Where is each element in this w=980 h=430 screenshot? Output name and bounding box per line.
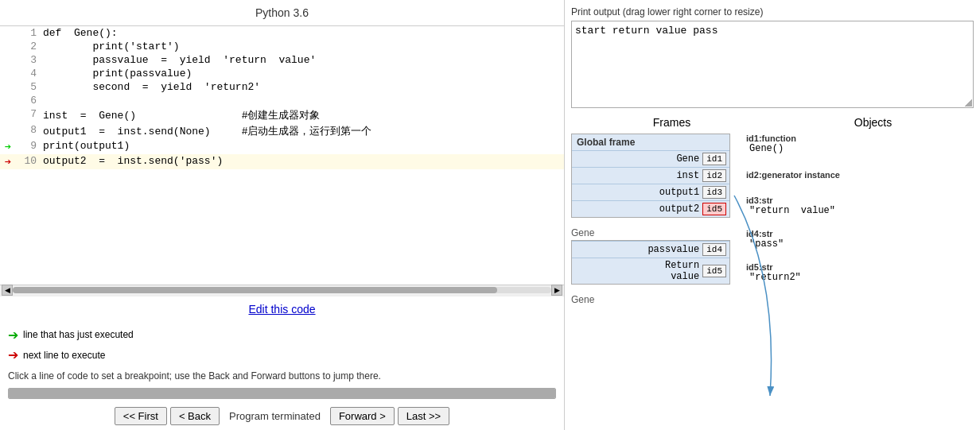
line-arrow-4: [0, 67, 16, 80]
line-num-5: 5: [16, 80, 40, 94]
line-code-7: inst = Gene() #创建生成器对象: [40, 107, 564, 123]
var-output2: output2: [659, 203, 699, 215]
badge-id3: id3: [702, 186, 726, 199]
obj-id5-value: "return2": [749, 272, 974, 283]
obj-id1-label: id1:function: [746, 134, 974, 143]
frame-row-return: Returnvalue id5: [572, 258, 729, 284]
line-code-3: passvalue = yield 'return value': [40, 53, 564, 67]
scrollbar-thumb[interactable]: [13, 287, 497, 293]
green-arrow-icon: ➔: [8, 325, 18, 346]
code-line-8[interactable]: 8 output1 = inst.send(None) #启动生成器，运行到第一…: [0, 123, 564, 139]
frames-label: Frames: [653, 116, 690, 129]
line-arrow-9: ➔: [0, 139, 16, 154]
line-arrow-7: [0, 107, 16, 123]
var-return: Returnvalue: [665, 260, 699, 282]
horizontal-scrollbar[interactable]: ◀ ▶: [0, 285, 564, 296]
current-arrow-icon: ➔: [5, 156, 11, 169]
gene-frame2-label: Gene: [571, 294, 730, 305]
edit-link[interactable]: Edit this code: [248, 303, 315, 316]
code-line-2[interactable]: 2 print('start'): [0, 40, 564, 53]
objects-label: Objects: [854, 116, 892, 129]
red-arrow-icon: ➔: [8, 345, 18, 366]
line-code-6: [40, 94, 564, 107]
frame-row-output2: output2 id5: [572, 200, 729, 217]
last-button[interactable]: Last >>: [398, 407, 449, 425]
badge-id5-global: id5: [702, 203, 726, 215]
code-area: 1 def Gene(): 2 print('start') 3 passval…: [0, 26, 564, 285]
scroll-left-arrow[interactable]: ◀: [2, 285, 13, 296]
obj-id5-label: id5:str: [746, 262, 974, 272]
line-code-2: print('start'): [40, 40, 564, 53]
line-arrow-6: [0, 94, 16, 107]
code-line-6[interactable]: 6: [0, 94, 564, 107]
back-button[interactable]: < Back: [170, 407, 220, 425]
obj-id3-value: "return value": [749, 205, 974, 216]
scrollbar-track[interactable]: [13, 287, 551, 293]
frame-row-gene: Gene id1: [572, 150, 729, 167]
code-line-7[interactable]: 7 inst = Gene() #创建生成器对象: [0, 107, 564, 123]
code-line-9[interactable]: ➔ 9 print(output1): [0, 139, 564, 154]
frame-row-passvalue: passvalue id4: [572, 241, 729, 258]
left-panel: Python 3.6 1 def Gene(): 2 print('start'…: [0, 0, 565, 430]
line-code-8: output1 = inst.send(None) #启动生成器，运行到第一个: [40, 123, 564, 139]
code-line-3[interactable]: 3 passvalue = yield 'return value': [0, 53, 564, 67]
obj-id3-label: id3:str: [746, 196, 974, 205]
line-num-10: 10: [16, 154, 40, 169]
code-line-5[interactable]: 5 second = yield 'return2': [0, 80, 564, 94]
objects-col: id1:function Gene() id2:generator instan…: [730, 134, 974, 424]
line-num-8: 8: [16, 123, 40, 139]
obj-id4-label: id4:str: [746, 229, 974, 238]
right-panel: Print output (drag lower right corner to…: [565, 0, 980, 430]
gene-frame-label: Gene: [571, 227, 730, 238]
resize-handle[interactable]: [964, 99, 972, 107]
code-line-1[interactable]: 1 def Gene():: [0, 26, 564, 40]
object-id4: id4:str "pass": [746, 229, 974, 250]
line-arrow-5: [0, 80, 16, 94]
var-gene: Gene: [676, 153, 699, 165]
badge-id5-gene: id5: [702, 265, 726, 277]
progress-area: [0, 385, 564, 402]
frames-objects-header: Frames Objects: [571, 116, 974, 129]
line-num-2: 2: [16, 40, 40, 53]
obj-id2-label: id2:generator instance: [746, 170, 974, 180]
edit-link-area: Edit this code: [0, 296, 564, 322]
code-line-4[interactable]: 4 print(passvalue): [0, 67, 564, 80]
var-output1: output1: [659, 187, 699, 198]
badge-id2: id2: [702, 169, 726, 182]
legend-red-text: next line to execute: [23, 348, 105, 363]
line-arrow-10: ➔: [0, 154, 16, 169]
line-code-1: def Gene():: [40, 26, 564, 40]
object-id3: id3:str "return value": [746, 196, 974, 216]
line-arrow-2: [0, 40, 16, 53]
legend-area: ➔ line that has just executed ➔ next lin…: [0, 322, 564, 369]
frames-col: Global frame Gene id1 inst id2 output1 i…: [571, 134, 730, 424]
legend-green-text: line that has just executed: [23, 327, 134, 343]
line-num-7: 7: [16, 107, 40, 123]
progress-bar: [8, 388, 556, 399]
badge-id4: id4: [702, 243, 726, 256]
frames-objects-body: Global frame Gene id1 inst id2 output1 i…: [571, 134, 974, 424]
line-arrow-1: [0, 26, 16, 40]
obj-id4-value: "pass": [749, 238, 974, 250]
forward-button[interactable]: Forward >: [330, 407, 395, 425]
var-inst: inst: [676, 170, 699, 181]
object-id1: id1:function Gene(): [746, 134, 974, 154]
obj-id1-value: Gene(): [749, 143, 974, 154]
line-code-10: output2 = inst.send('pass'): [40, 154, 564, 169]
line-code-4: print(passvalue): [40, 67, 564, 80]
navigation-buttons: << First < Back Program terminated Forwa…: [0, 402, 564, 430]
executed-arrow-icon: ➔: [5, 141, 11, 153]
line-arrow-3: [0, 53, 16, 67]
line-num-6: 6: [16, 94, 40, 107]
instruction-text: Click a line of code to set a breakpoint…: [0, 369, 564, 385]
print-output-label: Print output (drag lower right corner to…: [571, 6, 974, 17]
scroll-right-arrow[interactable]: ▶: [551, 285, 562, 296]
first-button[interactable]: << First: [115, 407, 167, 425]
frame-row-inst: inst id2: [572, 167, 729, 184]
line-num-1: 1: [16, 26, 40, 40]
line-num-3: 3: [16, 53, 40, 67]
global-frame: Global frame Gene id1 inst id2 output1 i…: [571, 134, 730, 218]
gene-frame: passvalue id4 Returnvalue id5: [571, 240, 730, 285]
print-output-box[interactable]: start return value pass: [571, 21, 974, 108]
code-line-10[interactable]: ➔ 10 output2 = inst.send('pass'): [0, 154, 564, 169]
